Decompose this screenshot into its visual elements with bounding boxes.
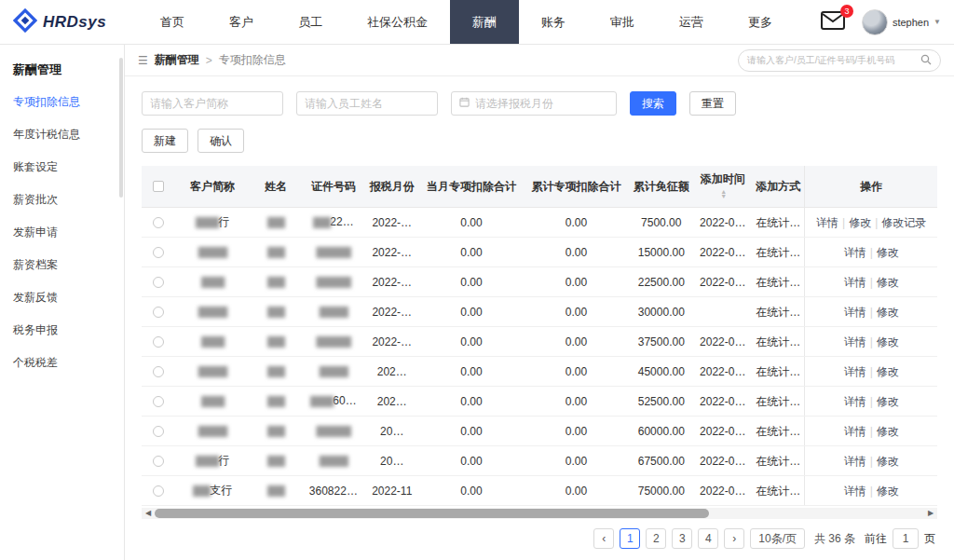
row-checkbox[interactable]: [153, 307, 164, 318]
confirm-button[interactable]: 确认: [198, 129, 244, 153]
nav-item-0[interactable]: 首页: [138, 0, 207, 44]
pagination-page-4[interactable]: 4: [698, 528, 718, 549]
op-link-修改[interactable]: 修改: [877, 335, 899, 348]
op-link-修改[interactable]: 修改: [877, 395, 899, 408]
exemption-cell: 7500.00: [629, 208, 693, 238]
sidebar-item-2[interactable]: 账套设定: [0, 151, 124, 184]
exemption-cell: 45000.00: [629, 357, 693, 387]
mail-badge: 3: [840, 5, 853, 18]
row-select-cell: [142, 267, 176, 297]
op-link-修改记录[interactable]: 修改记录: [881, 216, 926, 229]
nav-item-8[interactable]: 更多: [726, 0, 795, 44]
op-link-修改[interactable]: 修改: [877, 306, 899, 319]
pagination-page-1[interactable]: 1: [620, 528, 640, 549]
add-method-cell: 在统计…: [752, 297, 805, 327]
pagination-page-3[interactable]: 3: [672, 528, 692, 549]
row-checkbox[interactable]: [153, 277, 164, 288]
op-link-修改[interactable]: 修改: [877, 246, 899, 259]
op-link-详情[interactable]: 详情: [844, 246, 866, 259]
global-search-input[interactable]: 请输入客户/员工/证件号码/手机号码: [738, 49, 941, 72]
new-button[interactable]: 新建: [142, 129, 188, 153]
masked-text: █████: [198, 247, 226, 257]
row-select-cell: [142, 297, 176, 327]
row-checkbox[interactable]: [153, 366, 164, 377]
sidebar-item-5[interactable]: 薪资档案: [0, 249, 124, 281]
masked-text: ███: [267, 217, 284, 227]
mail-button[interactable]: 3: [821, 11, 845, 33]
customer-filter-placeholder: 请输入客户简称: [150, 96, 228, 112]
masked-text: █████: [198, 307, 226, 317]
row-checkbox[interactable]: [153, 247, 164, 258]
sidebar-item-3[interactable]: 薪资批次: [0, 184, 124, 216]
row-checkbox[interactable]: [153, 217, 164, 228]
pagination-page-2[interactable]: 2: [646, 528, 666, 549]
scroll-right-icon[interactable]: ▶: [924, 508, 937, 519]
select-all-checkbox[interactable]: [153, 181, 164, 192]
month-cell: 2022-…: [364, 267, 419, 297]
nav-item-3[interactable]: 社保公积金: [345, 0, 450, 44]
sidebar-item-6[interactable]: 发薪反馈: [0, 281, 124, 314]
nav-item-2[interactable]: 员工: [276, 0, 345, 44]
masked-text: █████: [320, 307, 348, 317]
horizontal-scrollbar[interactable]: ◀ ▶: [142, 508, 937, 519]
scrollbar-track[interactable]: [155, 508, 924, 519]
row-select-cell: [142, 446, 176, 476]
op-link-详情[interactable]: 详情: [844, 365, 866, 378]
month-filter-input[interactable]: 请选择报税月份: [451, 91, 617, 116]
nav-item-7[interactable]: 运营: [657, 0, 726, 44]
user-menu[interactable]: stephen ▼: [862, 9, 941, 35]
row-checkbox[interactable]: [153, 426, 164, 437]
sidebar-item-1[interactable]: 年度计税信息: [0, 118, 124, 151]
op-separator: |: [870, 276, 873, 289]
op-link-详情[interactable]: 详情: [844, 335, 866, 348]
table-header: 客户简称姓名证件号码报税月份当月专项扣除合计累计专项扣除合计累计免征额添加时间▲…: [142, 166, 937, 208]
row-checkbox[interactable]: [153, 456, 164, 467]
op-link-修改[interactable]: 修改: [877, 455, 899, 468]
nav-item-5[interactable]: 账务: [519, 0, 588, 44]
op-link-详情[interactable]: 详情: [844, 276, 866, 289]
op-link-修改[interactable]: 修改: [877, 365, 899, 378]
sidebar-item-8[interactable]: 个税税差: [0, 347, 124, 379]
page-size-select[interactable]: 10条/页: [750, 528, 805, 549]
masked-text: █████: [198, 366, 226, 376]
nav-item-6[interactable]: 审批: [588, 0, 657, 44]
nav-item-1[interactable]: 客户: [207, 0, 276, 44]
search-button[interactable]: 搜索: [630, 91, 676, 116]
goto-page-input[interactable]: 1: [893, 528, 919, 549]
op-link-修改[interactable]: 修改: [877, 276, 899, 289]
sidebar-item-7[interactable]: 税务申报: [0, 314, 124, 347]
row-checkbox[interactable]: [153, 485, 164, 497]
op-link-详情[interactable]: 详情: [844, 425, 866, 438]
row-checkbox[interactable]: [153, 396, 164, 407]
sidebar-item-4[interactable]: 发薪申请: [0, 216, 124, 249]
pagination: ‹ 1234 › 10条/页 共 36 条 前往 1 页: [142, 528, 937, 549]
masked-text: ████: [201, 396, 224, 406]
op-link-修改[interactable]: 修改: [849, 216, 871, 229]
op-link-详情[interactable]: 详情: [844, 306, 866, 319]
sidebar-item-0[interactable]: 专项扣除信息: [0, 86, 124, 118]
row-checkbox[interactable]: [153, 336, 164, 348]
sort-icon[interactable]: ▲▼: [720, 189, 727, 198]
op-link-详情[interactable]: 详情: [844, 395, 866, 408]
masked-text: ██████: [317, 426, 351, 436]
add-time-cell: 2022-0…: [693, 387, 752, 417]
scrollbar-thumb[interactable]: [155, 509, 709, 518]
op-link-详情[interactable]: 详情: [816, 216, 838, 229]
reset-button[interactable]: 重置: [689, 91, 736, 116]
sidebar-scrollbar[interactable]: [119, 58, 123, 198]
employee-filter-input[interactable]: 请输入员工姓名: [296, 91, 438, 116]
table-row: █████████████2022-…0.000.0022500.002022-…: [142, 267, 937, 297]
pagination-prev-button[interactable]: ‹: [593, 528, 614, 549]
add-method-cell: 在统计…: [752, 357, 805, 387]
op-link-修改[interactable]: 修改: [877, 485, 899, 498]
breadcrumb-root[interactable]: 薪酬管理: [155, 52, 199, 68]
table-row: █████████████2022-…0.000.0030000.00在统计…详…: [142, 297, 937, 327]
scroll-left-icon[interactable]: ◀: [142, 508, 155, 519]
brand-logo[interactable]: HRDsys: [0, 0, 138, 44]
nav-item-4[interactable]: 薪酬: [450, 0, 519, 44]
op-link-修改[interactable]: 修改: [877, 425, 899, 438]
op-link-详情[interactable]: 详情: [844, 485, 866, 498]
op-link-详情[interactable]: 详情: [844, 455, 866, 468]
customer-filter-input[interactable]: 请输入客户简称: [142, 91, 283, 116]
pagination-next-button[interactable]: ›: [724, 528, 744, 549]
